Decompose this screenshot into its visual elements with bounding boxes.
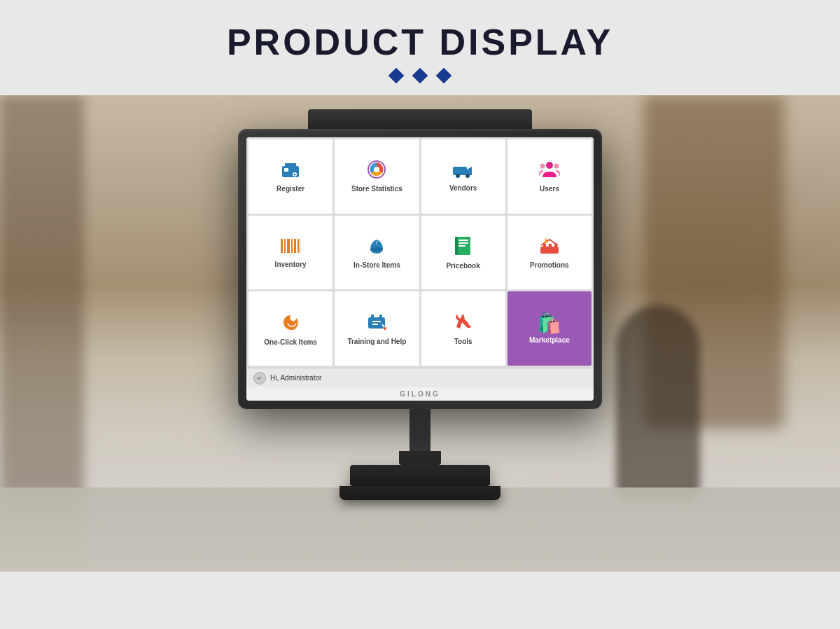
one-click-items-label: One-Click Items xyxy=(264,338,317,347)
diamond-3 xyxy=(436,68,452,84)
svg-point-9 xyxy=(546,162,553,169)
store-statistics-icon xyxy=(367,160,386,182)
pos-terminal: Register Store Statistics Vendors Users xyxy=(238,109,602,500)
svg-rect-16 xyxy=(294,239,296,253)
in-store-items-icon xyxy=(368,237,386,258)
register-icon xyxy=(281,160,300,182)
menu-item-pricebook[interactable]: Pricebook xyxy=(421,216,505,290)
monitor-screen: Register Store Statistics Vendors Users xyxy=(246,137,594,401)
promotions-icon xyxy=(539,237,560,258)
monitor-foot xyxy=(340,486,500,500)
svg-rect-14 xyxy=(287,239,290,253)
svg-rect-28 xyxy=(549,244,552,254)
svg-rect-22 xyxy=(458,240,468,241)
menu-item-store-statistics[interactable]: Store Statistics xyxy=(335,139,419,214)
menu-item-in-store-items[interactable]: In-Store Items xyxy=(335,216,419,290)
svg-rect-24 xyxy=(458,245,465,247)
background-person-silhouette xyxy=(616,305,700,502)
svg-point-10 xyxy=(540,164,545,169)
user-greeting: Hi, Administrator xyxy=(270,374,321,382)
menu-item-tools[interactable]: Tools xyxy=(421,291,505,366)
svg-rect-1 xyxy=(284,168,288,172)
monitor-frame: Register Store Statistics Vendors Users xyxy=(238,129,602,409)
pricebook-icon xyxy=(454,236,472,259)
svg-rect-13 xyxy=(284,239,286,253)
svg-point-20 xyxy=(370,247,383,251)
svg-point-5 xyxy=(374,167,379,172)
tools-label: Tools xyxy=(454,338,472,346)
svg-point-8 xyxy=(465,174,470,178)
svg-rect-27 xyxy=(543,244,546,254)
product-scene: Register Store Statistics Vendors Users xyxy=(0,95,840,572)
pricebook-label: Pricebook xyxy=(446,262,479,270)
svg-rect-12 xyxy=(281,239,283,253)
register-label: Register xyxy=(276,185,304,193)
svg-point-3 xyxy=(294,174,296,176)
inventory-label: Inventory xyxy=(275,261,307,269)
monitor-brand-label: GILONG xyxy=(246,387,594,401)
menu-item-inventory[interactable]: Inventory xyxy=(248,216,332,290)
training-and-help-label: Training and Help xyxy=(347,338,406,346)
vendors-label: Vendors xyxy=(449,184,477,193)
menu-item-vendors[interactable]: Vendors xyxy=(421,139,505,214)
decorative-diamonds xyxy=(0,70,840,81)
monitor-back-bar xyxy=(308,109,532,129)
one-click-items-icon xyxy=(281,312,300,336)
diamond-2 xyxy=(412,68,428,84)
svg-rect-17 xyxy=(298,239,299,253)
monitor-neck-connector xyxy=(399,451,441,465)
users-label: Users xyxy=(540,185,559,193)
menu-item-training-and-help[interactable]: Training and Help xyxy=(335,291,419,366)
top-section: PRODUCT DISPLAY xyxy=(0,0,840,95)
status-bar: ↵ Hi, Administrator xyxy=(246,368,594,387)
inventory-icon xyxy=(280,237,301,258)
page-title: PRODUCT DISPLAY xyxy=(0,21,840,63)
store-statistics-label: Store Statistics xyxy=(351,185,402,193)
monitor-base xyxy=(350,465,490,486)
svg-rect-23 xyxy=(458,242,468,244)
tools-icon xyxy=(454,313,472,335)
users-icon xyxy=(539,160,560,182)
user-avatar: ↵ xyxy=(253,372,266,385)
svg-rect-34 xyxy=(379,314,382,319)
menu-item-promotions[interactable]: Promotions xyxy=(507,216,592,290)
menu-item-register[interactable]: Register xyxy=(248,139,332,214)
svg-rect-6 xyxy=(453,167,467,175)
marketplace-icon: 🛍️ xyxy=(537,314,561,333)
marketplace-label: Marketplace xyxy=(529,336,570,345)
svg-point-37 xyxy=(384,327,386,330)
promotions-label: Promotions xyxy=(530,261,569,270)
background-counter xyxy=(0,488,840,572)
svg-rect-32 xyxy=(368,317,385,329)
vendors-icon xyxy=(452,161,475,181)
svg-rect-15 xyxy=(291,239,293,253)
menu-item-one-click-items[interactable]: One-Click Items xyxy=(248,291,332,366)
diamond-1 xyxy=(388,68,405,84)
svg-point-11 xyxy=(554,164,559,169)
svg-rect-18 xyxy=(300,239,300,253)
monitor-neck xyxy=(410,409,430,451)
in-store-items-label: In-Store Items xyxy=(354,261,400,270)
svg-rect-33 xyxy=(371,314,374,319)
training-and-help-icon xyxy=(367,313,386,335)
menu-item-users[interactable]: Users xyxy=(507,139,592,214)
svg-rect-25 xyxy=(455,237,458,255)
menu-grid: Register Store Statistics Vendors Users xyxy=(246,137,594,368)
svg-point-7 xyxy=(456,174,460,178)
menu-item-marketplace[interactable]: 🛍️Marketplace xyxy=(507,291,592,366)
